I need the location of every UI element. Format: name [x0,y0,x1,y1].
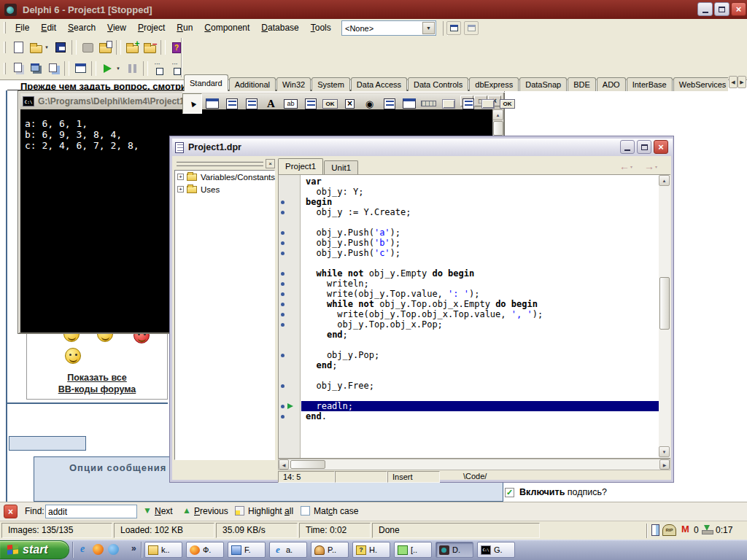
palette-memo-button[interactable] [301,93,320,114]
browse-forward-button[interactable]: →▾ [644,160,657,172]
scrollbar-thumb[interactable] [659,277,670,330]
quicklaunch-overflow-chevron[interactable]: » [131,543,136,553]
dropdown-arrow-icon[interactable]: ▼ [44,45,52,50]
chevron-down-icon[interactable]: ▼ [422,22,435,34]
code-line[interactable]: obj_y.Push('a'); [306,228,659,238]
code-line[interactable]: obj_y.Push('b'); [306,238,659,248]
explorer-close-icon[interactable]: × [266,159,275,168]
expand-icon[interactable]: + [177,186,184,192]
editor-horizontal-scrollbar[interactable]: ◀ ▶ [278,459,670,470]
menu-tools[interactable]: Tools [305,20,337,36]
menu-component[interactable]: Component [198,20,255,36]
editor-titlebar[interactable]: Project1.dpr [172,139,673,156]
task-button-delphi[interactable]: D. [436,542,473,558]
scroll-down-icon[interactable]: ▼ [659,446,670,457]
palette-radio-button-button[interactable]: ◉ [360,93,379,114]
palette-group-box-button[interactable] [438,93,458,114]
gutter-row[interactable] [279,279,300,289]
find-next-button[interactable]: Next [155,505,173,518]
palette-tab-interbase[interactable]: InterBase [627,77,673,91]
scrollbar-thumb[interactable] [493,121,503,136]
menu-edit[interactable]: Edit [35,20,62,36]
gutter-row[interactable] [279,258,300,268]
menu-run[interactable]: Run [171,20,198,36]
palette-pointer-button[interactable]: ▲ [182,93,202,114]
code-line[interactable] [306,258,659,268]
toolbar-open-button[interactable] [27,39,44,56]
close-button[interactable]: × [731,2,746,16]
expand-icon[interactable]: + [177,174,184,180]
toolbar-view-units-button[interactable] [9,60,27,77]
desktop-layout-combo[interactable]: <None> ▼ [341,20,436,36]
task-button-help-book[interactable]: ?H. [352,542,390,558]
editor-close-button[interactable]: × [654,140,668,154]
gutter-row[interactable] [279,299,300,309]
match-case-checkbox[interactable] [301,506,310,516]
editor-maximize-button[interactable] [637,140,651,154]
toolbar-open-project-button[interactable] [96,39,114,56]
scrollbar-thumb[interactable] [290,460,325,469]
task-button-ie[interactable]: ea. [269,542,307,558]
gutter-row[interactable] [279,391,300,401]
dropdown-arrow-icon[interactable]: ▼ [116,66,123,71]
set-debug-desktop-button[interactable] [464,21,479,35]
toolbar-new-button[interactable] [9,39,27,56]
code-line[interactable]: obj_y.Push('c'); [306,248,659,258]
menu-file[interactable]: File [9,20,35,36]
palette-tab-system[interactable]: System [311,77,350,91]
gutter-row[interactable] [279,176,300,187]
mail-icon[interactable]: M [681,524,689,534]
gutter-row[interactable] [279,360,300,370]
gutter-row[interactable] [279,197,300,207]
save-desktop-button[interactable] [446,21,461,35]
browse-back-button[interactable]: ←▾ [619,160,632,172]
find-previous-button[interactable]: Previous [194,505,228,518]
task-button-clipboard[interactable]: [.. [394,542,432,558]
gutter-row[interactable] [279,268,300,279]
show-all-bbcodes-link[interactable]: Показать все [27,373,167,383]
code-line[interactable]: obj_y: Y; [306,187,659,197]
scroll-up-icon[interactable]: ▲ [659,175,670,186]
toolbar-save-all-button[interactable] [79,39,96,56]
quicklaunch-firefox-button[interactable] [91,542,104,556]
toolbar-pause-button[interactable] [123,60,141,77]
menu-project[interactable]: Project [132,20,171,36]
toolbar-save-button[interactable] [52,39,69,56]
editor-gutter[interactable] [279,175,301,458]
code-line[interactable]: readln; [301,401,659,411]
toolbar-view-forms-button[interactable] [27,60,44,77]
task-button-console[interactable]: C:\G. [477,542,515,558]
findbar-close-button[interactable]: × [4,505,18,518]
tree-item-1[interactable]: +Uses [175,183,274,195]
palette-action-list-button[interactable]: OK [498,93,517,114]
code-line[interactable]: obj_y.Free; [306,381,659,391]
code-line[interactable]: while not obj_y.Empty do begin [306,268,659,279]
palette-tab-win32[interactable]: Win32 [276,77,311,91]
show-all-bbcodes-link[interactable]: BB-коды форума [27,384,167,394]
signature-checkbox[interactable]: ✓ [505,488,514,497]
code-line[interactable]: end. [306,411,659,421]
panels-icon[interactable] [651,524,659,536]
code-text-area[interactable]: var obj_y: Y;begin obj_y := Y.Create; ob… [301,175,659,458]
palette-combo-box-button[interactable] [399,93,419,114]
code-line[interactable]: obj_y.Pop; [306,350,659,360]
tree-item-0[interactable]: +Variables/Constants [175,171,274,183]
code-line[interactable] [306,340,659,350]
scroll-left-icon[interactable]: ◀ [279,459,289,470]
menu-view[interactable]: View [101,20,132,36]
gutter-row[interactable] [279,228,300,238]
code-line[interactable]: end; [306,360,659,370]
gutter-row[interactable] [279,319,300,330]
palette-tab-standard[interactable]: Standard [184,74,228,91]
code-view-tab[interactable]: \Code/ [460,471,489,483]
toolbar-toggle-form-unit-button[interactable] [44,60,62,77]
code-line[interactable] [306,391,659,401]
gutter-row[interactable] [279,381,300,391]
code-line[interactable]: begin [306,197,659,207]
gutter-row[interactable] [279,217,300,228]
minimize-button[interactable] [697,2,713,16]
gutter-row[interactable] [279,340,300,350]
gutter-row[interactable] [279,289,300,299]
palette-tab-dbexpress[interactable]: dbExpress [469,77,519,91]
popup-blocker-icon[interactable]: RIP [662,524,676,536]
